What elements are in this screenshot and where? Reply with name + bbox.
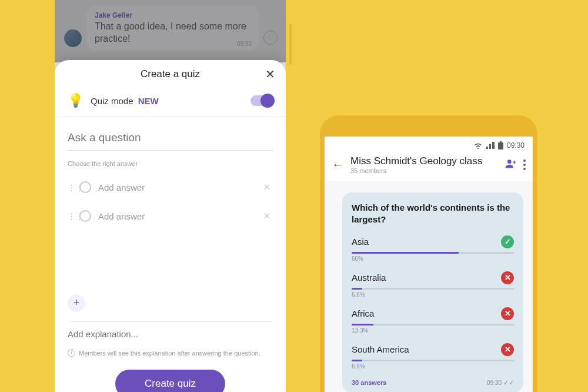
chat-title: Miss Schmidt's Geology class <box>350 155 499 167</box>
answer-row: ⋮⋮ Add answer ✕ <box>68 173 273 202</box>
option-percent: 6.6% <box>352 363 514 370</box>
svg-rect-1 <box>500 141 502 142</box>
quiz-option[interactable]: Africa✕13.3% <box>352 307 514 334</box>
option-percent: 6.6% <box>352 291 514 298</box>
quiz-options-list: Asia✓66%Australia✕6.6%Africa✕13.3%South … <box>352 235 514 370</box>
wifi-icon <box>473 142 483 149</box>
explanation-hint-text: Members will see this explanation after … <box>79 349 260 358</box>
chat-subtitle: 35 members <box>350 167 499 174</box>
answer-input[interactable]: Add answer <box>98 182 261 192</box>
modal-body: Choose the right answer ⋮⋮ Add answer ✕ … <box>55 117 286 286</box>
quiz-mode-toggle[interactable] <box>250 95 273 106</box>
modal-backdrop <box>55 0 286 62</box>
new-badge: NEW <box>138 96 159 106</box>
quiz-option[interactable]: Asia✓66% <box>352 235 514 262</box>
answer-input[interactable]: Add answer <box>98 211 261 221</box>
remove-answer-icon[interactable]: ✕ <box>261 209 273 223</box>
phone-screen-right: 09:30 ← Miss Schmidt's Geology class 35 … <box>325 137 533 392</box>
drag-handle-icon[interactable]: ⋮⋮ <box>68 212 75 221</box>
quiz-footer: 30 answers 09:30 ✓✓ <box>352 379 514 387</box>
lightbulb-icon: 💡 <box>68 93 83 108</box>
correct-answer-radio[interactable] <box>79 181 91 193</box>
quiz-question-text: Which of the world's continents is the l… <box>352 202 514 226</box>
explanation-hint: i Members will see this explanation afte… <box>68 349 273 358</box>
option-bar <box>352 324 514 325</box>
answers-count[interactable]: 30 answers <box>352 379 386 386</box>
quiz-mode-label: Quiz mode NEW <box>91 96 159 106</box>
explanation-input[interactable] <box>68 329 273 339</box>
phone-screen-left: the test? 09:29 Jake Geller That a good … <box>55 0 286 392</box>
quiz-option[interactable]: Australia✕6.6% <box>352 271 514 298</box>
correct-answer-radio[interactable] <box>79 210 91 222</box>
drag-handle-icon[interactable]: ⋮⋮ <box>68 183 75 192</box>
x-icon: ✕ <box>501 343 514 356</box>
back-arrow-icon[interactable]: ← <box>332 157 345 172</box>
message-time-text: 09:30 <box>487 380 502 386</box>
info-icon: i <box>68 349 75 357</box>
x-icon: ✕ <box>501 271 514 284</box>
x-icon: ✕ <box>501 307 514 320</box>
check-icon: ✓ <box>501 235 514 248</box>
chat-title-block[interactable]: Miss Schmidt's Geology class 35 members <box>350 155 499 174</box>
quiz-option[interactable]: South America✕6.6% <box>352 343 514 370</box>
message-time: 09:30 ✓✓ <box>487 379 514 387</box>
option-bar <box>352 252 514 254</box>
option-label: Australia <box>352 273 386 283</box>
battery-icon <box>498 141 503 150</box>
svg-rect-0 <box>498 142 503 150</box>
status-time: 09:30 <box>507 141 524 150</box>
option-percent: 13.3% <box>352 327 514 334</box>
phone-mockup-right: 09:30 ← Miss Schmidt's Geology class 35 … <box>320 115 537 392</box>
close-icon[interactable]: ✕ <box>265 68 275 80</box>
read-receipt-icon: ✓✓ <box>503 379 514 387</box>
create-quiz-modal: Create a quiz ✕ 💡 Quiz mode NEW Choose t… <box>55 60 286 392</box>
signal-icon <box>486 142 495 149</box>
create-quiz-button[interactable]: Create quiz <box>115 370 225 392</box>
option-bar <box>352 360 514 361</box>
answer-row: ⋮⋮ Add answer ✕ <box>68 202 273 231</box>
phone-mockup-left: the test? 09:29 Jake Geller That a good … <box>51 0 289 392</box>
explanation-section <box>68 321 273 340</box>
remove-answer-icon[interactable]: ✕ <box>261 180 273 194</box>
more-options-icon[interactable] <box>523 160 526 170</box>
quiz-mode-row: 💡 Quiz mode NEW <box>55 87 286 117</box>
chat-header: ← Miss Schmidt's Geology class 35 member… <box>325 152 533 182</box>
modal-title: Create a quiz <box>141 68 200 80</box>
toggle-knob <box>260 94 275 108</box>
add-member-icon[interactable] <box>505 158 516 172</box>
chat-body: Which of the world's continents is the l… <box>325 182 533 392</box>
phone-side-button <box>289 24 292 65</box>
quiz-message-card: Which of the world's continents is the l… <box>342 192 523 392</box>
option-bar <box>352 288 514 290</box>
svg-point-2 <box>507 160 512 164</box>
quiz-mode-text: Quiz mode <box>91 96 136 106</box>
choose-answer-hint: Choose the right answer <box>68 160 273 167</box>
question-input[interactable] <box>68 128 273 151</box>
option-label: Asia <box>352 237 369 247</box>
option-percent: 66% <box>352 255 514 262</box>
add-answer-button[interactable]: + <box>68 294 85 312</box>
option-label: Africa <box>352 308 374 318</box>
status-bar: 09:30 <box>325 137 533 152</box>
modal-header: Create a quiz ✕ <box>55 60 286 87</box>
option-label: South America <box>352 344 409 354</box>
